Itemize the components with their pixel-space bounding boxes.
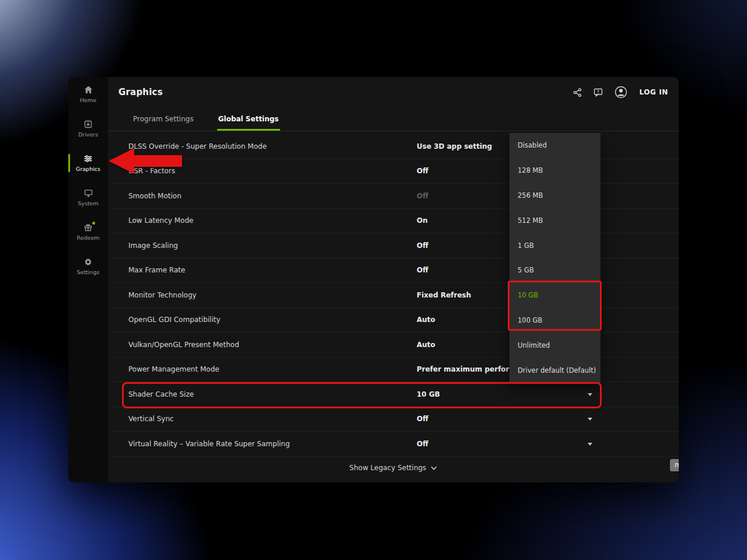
- chevron-down-icon: [431, 466, 437, 470]
- dropdown-option-disabled[interactable]: Disabled: [509, 133, 601, 158]
- dropdown-option-driver-default[interactable]: Driver default (Default): [509, 358, 601, 383]
- sidebar-item-system[interactable]: System: [68, 180, 108, 215]
- chevron-down-icon[interactable]: [588, 393, 592, 396]
- top-bar: Graphics LOG IN: [108, 77, 679, 107]
- log-in-button[interactable]: LOG IN: [639, 88, 668, 96]
- sidebar-item-redeem[interactable]: Redeem: [68, 215, 108, 249]
- top-bar-actions: LOG IN: [573, 86, 668, 99]
- shader-cache-size-dropdown: Disabled 128 MB 256 MB 512 MB 1 GB 5 GB …: [509, 133, 601, 383]
- nvidia-app-window: Home Drivers Graphics System Redeem: [68, 77, 679, 482]
- show-legacy-settings-button[interactable]: Show Legacy Settings: [350, 464, 438, 472]
- watermark: mi: [670, 459, 679, 471]
- sidebar-item-settings[interactable]: Settings: [68, 249, 108, 284]
- sidebar-item-label: System: [78, 200, 98, 206]
- footer: Show Legacy Settings: [108, 455, 679, 481]
- avatar-icon[interactable]: [615, 86, 627, 99]
- settings-tabs: Program Settings Global Settings: [108, 107, 679, 131]
- sidebar-item-graphics[interactable]: Graphics: [68, 146, 108, 180]
- sidebar-item-label: Settings: [77, 269, 100, 275]
- system-monitor-icon: [84, 189, 93, 197]
- tab-global-settings[interactable]: Global Settings: [218, 107, 279, 131]
- setting-row-shader-cache-size[interactable]: Shader Cache Size 10 GB: [108, 382, 679, 407]
- sidebar-item-label: Graphics: [76, 166, 100, 172]
- annotation-arrow-graphics: [109, 147, 182, 175]
- drivers-icon: [84, 120, 92, 128]
- feedback-icon[interactable]: [594, 88, 603, 97]
- graphics-sliders-icon: [84, 155, 92, 163]
- sidebar-item-label: Drivers: [78, 131, 98, 138]
- setting-row-vertical-sync[interactable]: Vertical Sync Off: [108, 407, 679, 432]
- dropdown-option-unlimited[interactable]: Unlimited: [509, 332, 601, 358]
- tab-program-settings[interactable]: Program Settings: [133, 107, 194, 131]
- dropdown-option-1gb[interactable]: 1 GB: [509, 233, 601, 258]
- redeem-notification-dot: [92, 222, 95, 225]
- dropdown-option-100gb[interactable]: 100 GB: [509, 308, 601, 333]
- sidebar-item-label: Redeem: [77, 235, 100, 241]
- dropdown-option-10gb[interactable]: 10 GB: [509, 283, 601, 308]
- dropdown-option-512mb[interactable]: 512 MB: [509, 208, 601, 233]
- gear-icon: [84, 258, 92, 266]
- dropdown-option-256mb[interactable]: 256 MB: [509, 183, 601, 208]
- page-title: Graphics: [118, 87, 163, 97]
- page-background: { "header": { "title": "Graphics", "logi…: [0, 0, 747, 560]
- dropdown-option-5gb[interactable]: 5 GB: [509, 258, 601, 283]
- chevron-down-icon[interactable]: [588, 418, 592, 421]
- home-icon: [84, 86, 93, 94]
- sidebar-item-home[interactable]: Home: [68, 77, 108, 111]
- chevron-down-icon[interactable]: [588, 443, 592, 446]
- redeem-gift-icon: [84, 223, 92, 232]
- setting-row-vr-variable-rate-super-sampling[interactable]: Virtual Reality – Variable Rate Super Sa…: [108, 432, 679, 457]
- share-icon[interactable]: [573, 88, 582, 97]
- sidebar-item-drivers[interactable]: Drivers: [68, 111, 108, 146]
- dropdown-option-128mb[interactable]: 128 MB: [509, 158, 601, 183]
- sidebar: Home Drivers Graphics System Redeem: [68, 77, 108, 482]
- sidebar-item-label: Home: [80, 97, 96, 103]
